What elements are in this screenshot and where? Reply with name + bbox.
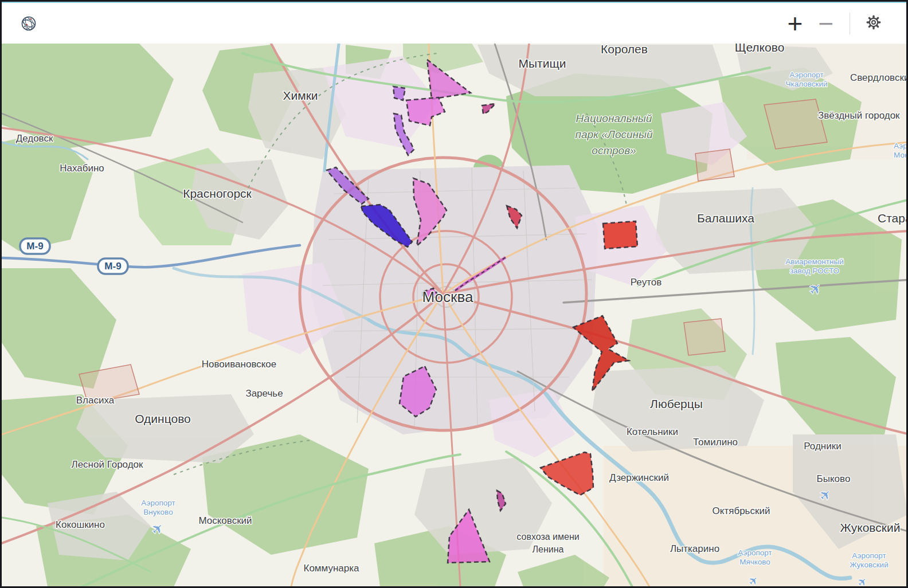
town-label: Звёздный городок bbox=[818, 110, 900, 121]
town-label: Ленина bbox=[533, 544, 564, 554]
town-label: Коммунарка bbox=[304, 563, 360, 574]
airport-label: Жуковский bbox=[850, 560, 888, 569]
settings-button[interactable] bbox=[858, 8, 889, 39]
airport-label: Аэропорт bbox=[141, 499, 175, 507]
gear-icon bbox=[864, 13, 883, 33]
town-label: Лыткарино bbox=[670, 543, 719, 554]
toolbar-divider bbox=[850, 13, 850, 34]
city-label: Красногорск bbox=[183, 187, 252, 200]
town-label: Октябрьский bbox=[713, 505, 770, 516]
airport-label: Внуково bbox=[143, 508, 173, 516]
airport-label: Аэропорт bbox=[789, 70, 823, 79]
airport-label: Мячково bbox=[739, 558, 770, 566]
town-label: Власиха bbox=[76, 395, 115, 406]
city-label: Химки bbox=[283, 89, 318, 102]
map-canvas[interactable]: М-9 М-9 ✈ ✈ ✈ ✈ ✈ Химки Мытищи Королев Щ… bbox=[2, 44, 906, 586]
airport-label: Аэропорт bbox=[738, 548, 772, 557]
road-badge-m9-west: М-9 bbox=[20, 238, 50, 254]
app-window: + − bbox=[0, 0, 908, 588]
zone-polygon-11[interactable] bbox=[603, 221, 637, 249]
town-label: Реутов bbox=[631, 277, 662, 288]
zoom-out-button[interactable]: − bbox=[811, 8, 842, 39]
town-label: Котельники bbox=[627, 426, 678, 437]
park-label: парк «Лосиный bbox=[575, 128, 653, 140]
town-label: Московский bbox=[198, 515, 252, 526]
minus-icon: − bbox=[819, 10, 834, 37]
airport-label: Аэропорт bbox=[852, 551, 886, 560]
city-label: Щелково bbox=[735, 44, 785, 54]
town-label: Дедовск bbox=[16, 133, 53, 144]
town-label: Лесной Городок bbox=[71, 459, 143, 470]
airport-label: Монино bbox=[894, 151, 906, 159]
town-label: Быково bbox=[817, 473, 851, 484]
city-label: Одинцово bbox=[135, 412, 191, 425]
airport-label: Аэродром bbox=[894, 142, 906, 150]
town-label: Родники bbox=[804, 441, 841, 452]
city-label: Королев bbox=[601, 44, 648, 56]
town-label: Нахабино bbox=[60, 163, 104, 174]
airport-label: Чкаловский bbox=[785, 80, 827, 88]
toolbar: + − bbox=[2, 3, 906, 44]
airport-label: Авиаремонтный bbox=[785, 257, 843, 266]
globe-mesh-icon bbox=[19, 14, 38, 33]
plus-icon: + bbox=[788, 10, 803, 37]
svg-text:М-9: М-9 bbox=[26, 241, 43, 252]
svg-text:М-9: М-9 bbox=[104, 261, 121, 272]
map-container: М-9 М-9 ✈ ✈ ✈ ✈ ✈ Химки Мытищи Королев Щ… bbox=[2, 44, 906, 586]
road-badge-m9-east: М-9 bbox=[98, 258, 128, 274]
city-label-moscow: Москва bbox=[422, 288, 473, 305]
map-base-layer bbox=[2, 44, 906, 586]
city-label: Мытищи bbox=[519, 57, 566, 70]
airport-label: завод РОСТО bbox=[790, 266, 839, 275]
park-label: Национальный bbox=[576, 112, 652, 124]
city-label: Люберцы bbox=[650, 397, 703, 410]
zoom-in-button[interactable]: + bbox=[780, 8, 811, 39]
town-label: совхоза имени bbox=[516, 532, 579, 542]
town-label: Новоивановское bbox=[202, 359, 277, 370]
city-label: Старая bbox=[878, 211, 906, 225]
town-label: Томилино bbox=[693, 437, 738, 448]
town-label: Заречье bbox=[245, 388, 283, 399]
park-label: остров» bbox=[592, 144, 636, 156]
town-label: Дзержинский bbox=[609, 472, 669, 483]
town-label: Свердловский bbox=[850, 72, 906, 83]
town-label: Кокошкино bbox=[56, 519, 105, 530]
city-label: Балашиха bbox=[697, 211, 754, 225]
city-label: Жуковский bbox=[840, 521, 901, 534]
